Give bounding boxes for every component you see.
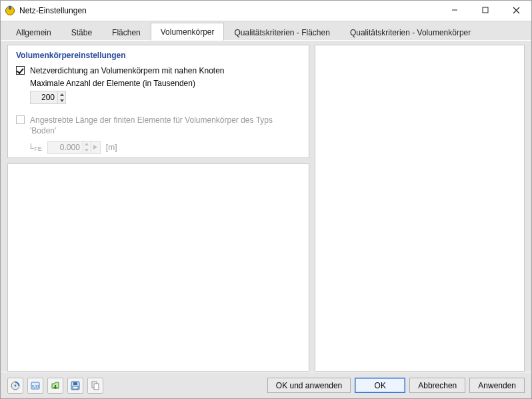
svg-marker-7 (60, 99, 64, 102)
spinner-lfe (47, 141, 101, 154)
svg-marker-8 (85, 143, 89, 145)
picker-lfe (91, 141, 100, 153)
svg-marker-10 (93, 145, 97, 149)
svg-rect-17 (73, 382, 77, 385)
tab-volumenkoerper[interactable]: Volumenkörper (151, 23, 225, 41)
label-max-elements: Maximale Anzahl der Elemente (in Tausend… (30, 79, 301, 88)
spinner-lfe-down (83, 147, 91, 153)
settings-panel: Volumenkörpereinstellungen Netzverdichtu… (7, 45, 309, 158)
svg-text:0,00: 0,00 (32, 384, 39, 388)
svg-rect-16 (73, 386, 78, 389)
tab-allgemein[interactable]: Allgemein (6, 23, 61, 41)
row-lfe: LFE [m] (30, 141, 301, 154)
right-panel (315, 45, 525, 372)
lower-left-panel (7, 163, 309, 372)
spinner-down[interactable] (58, 97, 65, 103)
toolbtn-copy[interactable] (87, 378, 103, 394)
minimize-button[interactable] (439, 1, 470, 19)
toolbtn-default-values[interactable]: 0,00 (27, 378, 43, 394)
spinner-up[interactable] (58, 91, 65, 97)
mesh-settings-window: Netz-Einstellungen Allgemein Stäbe Fläch… (0, 0, 532, 399)
tab-qualitaet-flaechen[interactable]: Qualitätskriterien - Flächen (224, 23, 339, 41)
cancel-button[interactable]: Abbrechen (409, 378, 465, 393)
ok-button[interactable]: OK (355, 378, 405, 393)
symbol-lfe: LFE (30, 142, 42, 152)
tab-flaechen[interactable]: Flächen (102, 23, 151, 41)
apply-button[interactable]: Anwenden (469, 378, 525, 393)
svg-marker-6 (60, 93, 64, 96)
svg-rect-19 (94, 384, 99, 390)
input-lfe (48, 141, 83, 153)
tab-qualitaet-volumenkoerper[interactable]: Qualitätskriterien - Volumenkörper (340, 23, 481, 41)
window-buttons (439, 1, 531, 21)
spinner-arrows (57, 91, 65, 103)
toolbtn-save-default[interactable] (67, 378, 83, 394)
maximize-button[interactable] (470, 1, 501, 19)
checkbox-target-fe-length (16, 115, 25, 124)
tab-strip: Allgemein Stäbe Flächen Volumenkörper Qu… (1, 21, 531, 41)
close-button[interactable] (501, 1, 531, 19)
toolbtn-units[interactable] (7, 378, 23, 394)
checkbox-refine-close-nodes[interactable] (16, 66, 25, 75)
svg-rect-3 (483, 7, 488, 13)
titlebar: Netz-Einstellungen (1, 1, 531, 21)
window-title: Netz-Einstellungen (19, 6, 439, 15)
spinner-lfe-up (83, 141, 91, 147)
content-area: Volumenkörpereinstellungen Netzverdichtu… (1, 41, 531, 372)
option-refine-close-nodes: Netzverdichtung an Volumenkörpern mit na… (16, 65, 301, 76)
spinner-max-elements[interactable] (30, 91, 66, 104)
input-max-elements[interactable] (31, 91, 57, 103)
svg-rect-1 (9, 6, 11, 9)
option-target-fe-length: Angestrebte Länge der finiten Elemente f… (16, 115, 301, 136)
toolbtn-load-default[interactable] (47, 378, 63, 394)
label-target-fe-length: Angestrebte Länge der finiten Elemente f… (30, 115, 301, 136)
svg-marker-9 (85, 149, 89, 151)
settings-panel-title: Volumenkörpereinstellungen (16, 51, 301, 60)
label-refine-close-nodes: Netzverdichtung an Volumenkörpern mit na… (30, 65, 225, 76)
tab-staebe[interactable]: Stäbe (61, 23, 102, 41)
unit-lfe: [m] (106, 143, 117, 152)
svg-point-12 (15, 384, 17, 386)
app-icon (5, 5, 15, 16)
ok-and-apply-button[interactable]: OK und anwenden (267, 378, 351, 393)
footer-bar: 0,00 OK und anwenden OK Abbrechen (1, 372, 531, 398)
